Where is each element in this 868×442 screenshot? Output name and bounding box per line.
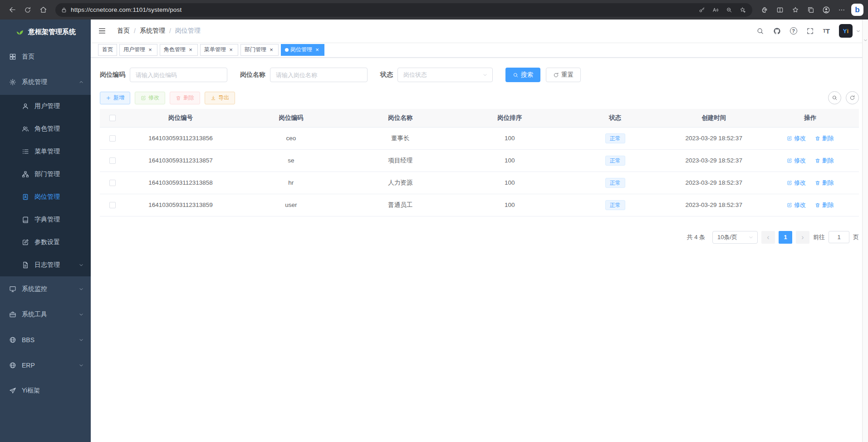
password-key-icon[interactable] bbox=[695, 4, 709, 16]
browser-refresh-button[interactable] bbox=[20, 3, 35, 17]
sidebar-item-department-management[interactable]: 部门管理 bbox=[0, 163, 91, 186]
sidebar-item-post-management[interactable]: 岗位管理 bbox=[0, 186, 91, 208]
post-code-input[interactable] bbox=[130, 68, 227, 82]
table-row[interactable]: 1641030593112313856 ceo 董事长 100 正常 2023-… bbox=[100, 127, 859, 149]
created-cell: 2023-03-29 18:52:37 bbox=[666, 127, 762, 149]
sidebar-item-system-monitoring[interactable]: 系统监控 bbox=[0, 276, 91, 302]
close-icon[interactable]: × bbox=[187, 47, 194, 53]
page-size-select[interactable]: 10条/页 bbox=[712, 231, 758, 244]
sidebar-item-yi-framework[interactable]: Yi框架 bbox=[0, 378, 91, 403]
row-checkbox[interactable] bbox=[109, 202, 116, 208]
help-icon[interactable]: ? bbox=[785, 20, 802, 42]
search-button[interactable]: 搜索 bbox=[505, 68, 540, 82]
chevron-down-icon bbox=[78, 312, 84, 317]
row-delete-link[interactable]: 删除 bbox=[815, 179, 834, 187]
close-icon[interactable]: × bbox=[268, 47, 275, 53]
browser-scrollbar[interactable] bbox=[862, 20, 868, 442]
refresh-table-button[interactable] bbox=[846, 91, 859, 104]
breadcrumb-system[interactable]: 系统管理 bbox=[140, 27, 165, 35]
plus-icon bbox=[106, 95, 111, 101]
tab-role-management[interactable]: 角色管理× bbox=[160, 44, 198, 56]
collections-icon[interactable] bbox=[803, 3, 819, 17]
prev-page-button[interactable]: ‹ bbox=[761, 231, 775, 244]
tab-user-management[interactable]: 用户管理× bbox=[119, 44, 157, 56]
close-icon[interactable]: × bbox=[147, 47, 153, 53]
tab-post-management[interactable]: 岗位管理× bbox=[281, 44, 324, 56]
url-text[interactable]: https://ccnetcore.com:1101/system/post bbox=[71, 6, 695, 13]
tab-menu-management[interactable]: 菜单管理× bbox=[200, 44, 238, 56]
browser-menu-icon[interactable] bbox=[834, 3, 849, 17]
sidebar-item-home[interactable]: 首页 bbox=[0, 44, 91, 69]
row-delete-link[interactable]: 删除 bbox=[815, 201, 834, 209]
select-all-checkbox[interactable] bbox=[109, 115, 116, 121]
sidebar-item-system-management[interactable]: 系统管理 bbox=[0, 69, 91, 95]
chevron-down-icon bbox=[863, 38, 868, 43]
toggle-search-button[interactable] bbox=[828, 91, 841, 104]
column-created: 创建时间 bbox=[666, 109, 762, 127]
favorites-icon[interactable] bbox=[788, 3, 803, 17]
sidebar-item-system-tools[interactable]: 系统工具 bbox=[0, 302, 91, 327]
sidebar-item-dictionary-management[interactable]: 字典管理 bbox=[0, 208, 91, 231]
fullscreen-icon[interactable] bbox=[802, 20, 819, 42]
address-bar[interactable]: https://ccnetcore.com:1101/system/post bbox=[55, 3, 752, 17]
status-label: 状态 bbox=[380, 71, 393, 79]
next-page-button[interactable]: › bbox=[796, 231, 809, 244]
tab-department-management[interactable]: 部门管理× bbox=[240, 44, 279, 56]
tab-home[interactable]: 首页 bbox=[98, 44, 117, 56]
page-1-button[interactable]: 1 bbox=[779, 231, 792, 244]
reset-button[interactable]: 重置 bbox=[546, 68, 581, 82]
collapse-sidebar-button[interactable] bbox=[91, 20, 113, 42]
log-icon bbox=[22, 261, 29, 269]
row-checkbox[interactable] bbox=[109, 157, 116, 164]
browser-profile-avatar[interactable] bbox=[819, 3, 834, 17]
user-avatar[interactable]: Yi bbox=[839, 24, 853, 38]
sidebar-item-user-management[interactable]: 用户管理 bbox=[0, 95, 91, 118]
sidebar-item-bbs[interactable]: BBS bbox=[0, 327, 91, 353]
sidebar-item-menu-management[interactable]: 菜单管理 bbox=[0, 140, 91, 163]
chevron-down-icon bbox=[482, 72, 488, 78]
row-delete-link[interactable]: 删除 bbox=[815, 157, 834, 165]
table-toolbar: 新增 修改 删除 导出 bbox=[100, 91, 859, 104]
table-row[interactable]: 1641030593112313858 hr 人力资源 100 正常 2023-… bbox=[100, 172, 859, 194]
created-cell: 2023-03-29 18:52:37 bbox=[666, 194, 762, 216]
close-icon[interactable]: × bbox=[314, 47, 320, 53]
browser-back-button[interactable] bbox=[5, 3, 20, 17]
row-edit-link[interactable]: 修改 bbox=[787, 179, 806, 187]
font-size-icon[interactable]: TT bbox=[819, 20, 834, 42]
sidebar-item-role-management[interactable]: 角色管理 bbox=[0, 118, 91, 140]
zoom-icon[interactable] bbox=[722, 4, 736, 16]
column-post-sort: 岗位排序 bbox=[455, 109, 564, 127]
row-checkbox[interactable] bbox=[109, 135, 116, 142]
table-row[interactable]: 1641030593112313857 se 项目经理 100 正常 2023-… bbox=[100, 149, 859, 172]
read-aloud-icon[interactable] bbox=[709, 4, 722, 16]
post-name-input[interactable] bbox=[270, 68, 368, 82]
status-badge: 正常 bbox=[605, 200, 625, 210]
breadcrumb-home[interactable]: 首页 bbox=[117, 27, 130, 35]
sidebar-item-erp[interactable]: ERP bbox=[0, 353, 91, 378]
breadcrumb-separator: / bbox=[169, 27, 171, 34]
header-search-icon[interactable] bbox=[752, 20, 769, 42]
export-button[interactable]: 导出 bbox=[205, 92, 235, 104]
row-edit-link[interactable]: 修改 bbox=[787, 201, 806, 209]
row-checkbox[interactable] bbox=[109, 180, 116, 186]
add-favorite-icon[interactable] bbox=[736, 4, 750, 16]
extensions-icon[interactable] bbox=[757, 3, 772, 17]
chevron-down-icon bbox=[748, 235, 754, 240]
sidebar-item-parameter-settings[interactable]: 参数设置 bbox=[0, 231, 91, 254]
github-icon[interactable] bbox=[769, 20, 785, 42]
sidebar-item-log-management[interactable]: 日志管理 bbox=[0, 254, 91, 276]
browser-home-button[interactable] bbox=[35, 3, 51, 17]
close-icon[interactable]: × bbox=[228, 47, 234, 53]
split-screen-icon[interactable] bbox=[772, 3, 788, 17]
edit-button[interactable]: 修改 bbox=[135, 92, 165, 104]
row-edit-link[interactable]: 修改 bbox=[787, 157, 806, 165]
delete-button[interactable]: 删除 bbox=[170, 92, 200, 104]
row-edit-link[interactable]: 修改 bbox=[787, 134, 806, 142]
add-button[interactable]: 新增 bbox=[100, 92, 130, 104]
row-delete-link[interactable]: 删除 bbox=[815, 134, 834, 142]
table-row[interactable]: 1641030593112313859 user 普通员工 100 正常 202… bbox=[100, 194, 859, 216]
status-select[interactable]: 岗位状态 bbox=[397, 68, 493, 82]
column-status: 状态 bbox=[564, 109, 666, 127]
copilot-bing-icon[interactable]: b bbox=[851, 4, 863, 16]
goto-page-input[interactable] bbox=[829, 231, 849, 243]
